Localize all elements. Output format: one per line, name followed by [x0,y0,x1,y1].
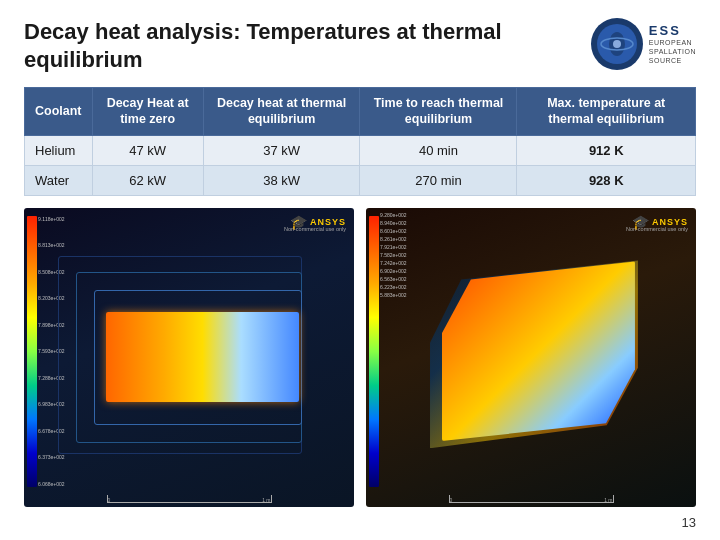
row1-heat-zero: 47 kW [92,135,203,165]
col-max-temp: Max. temperature at thermal equilibrium [517,88,696,136]
col-heat-zero: Decay Heat at time zero [92,88,203,136]
row2-coolant: Water [25,165,93,195]
row2-max-temp: 928 K [517,165,696,195]
ess-logo [591,18,643,70]
logo-acronym: ESS [649,23,696,38]
page-title: Decay heat analysis: Temperatures at the… [24,18,591,73]
data-table-container: Coolant Decay Heat at time zero Decay he… [24,87,696,196]
row2-heat-zero: 62 kW [92,165,203,195]
logo-area: ESS EUROPEAN SPALLATION SOURCE [591,18,696,70]
svg-point-4 [613,40,621,48]
scale-label: 8.601e+002 [380,228,407,234]
col-coolant: Coolant [25,88,93,136]
color-scale-bar-right [369,216,379,488]
helium-visualization [41,245,338,470]
color-scale-bar-left [27,216,37,488]
images-row: 9.118e+002 8.813e+002 8.508e+002 8.203e+… [24,208,696,508]
page-number: 13 [682,515,696,530]
scale-ruler-left: 0 1 m [107,495,272,503]
row2-heat-equil: 38 kW [203,165,360,195]
header: Decay heat analysis: Temperatures at the… [24,18,696,73]
scale-ruler-right: 0 1 m [449,495,614,503]
ansys-subtext-right: Non-commercial use only [626,226,688,232]
row1-coolant: Helium [25,135,93,165]
results-table: Coolant Decay Heat at time zero Decay he… [24,87,696,196]
table-row: Helium 47 kW 37 kW 40 min 912 K [25,135,696,165]
col-time: Time to reach thermal equilibrium [360,88,517,136]
water-sim-image: 9.280e+002 8.940e+002 8.601e+002 8.261e+… [366,208,696,508]
row1-time: 40 min [360,135,517,165]
logo-line3: SOURCE [649,56,696,65]
slide-container: Decay heat analysis: Temperatures at the… [0,0,720,540]
footer: 13 [24,513,696,530]
target-bar [106,312,299,402]
row1-heat-equil: 37 kW [203,135,360,165]
scale-label: 9.118e+002 [38,216,65,222]
logo-line1: EUROPEAN [649,38,696,47]
helium-sim-image: 9.118e+002 8.813e+002 8.508e+002 8.203e+… [24,208,354,508]
logo-text: ESS EUROPEAN SPALLATION SOURCE [649,23,696,65]
table-header-row: Coolant Decay Heat at time zero Decay he… [25,88,696,136]
scale-label: 9.280e+002 [380,212,407,218]
col-heat-equil: Decay heat at thermal equilibrium [203,88,360,136]
table-row: Water 62 kW 38 kW 270 min 928 K [25,165,696,195]
row2-time: 270 min [360,165,517,195]
row1-max-temp: 912 K [517,135,696,165]
target-3d-main [442,261,635,441]
water-visualization [383,237,680,477]
ansys-subtext-left: Non-commercial use only [284,226,346,232]
scale-label: 8.940e+002 [380,220,407,226]
scale-label: 6.068e+002 [38,481,65,487]
logo-line2: SPALLATION [649,47,696,56]
